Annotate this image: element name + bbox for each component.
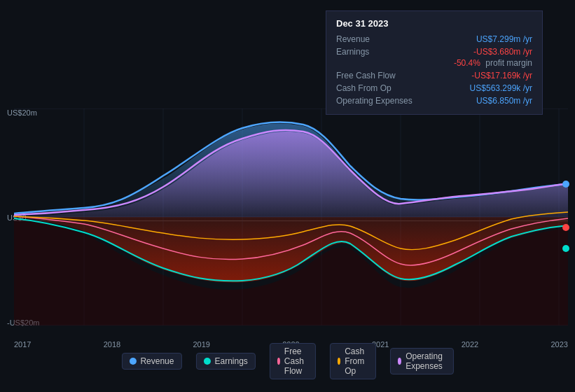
x-label-2018: 2018 [104,340,120,349]
info-tooltip: Dec 31 2023 Revenue US$7.299m /yr Earnin… [326,10,543,115]
earnings-label: Earnings [336,47,420,57]
fcf-row: Free Cash Flow -US$17.169k /yr [336,69,532,82]
cashfromop-label: Cash From Op [336,83,420,93]
legend-label-cashfromop: Cash From Op [345,346,368,376]
legend-dot-cashfromop [338,358,340,365]
opex-fill [14,132,568,217]
legend-label-fcf: Free Cash Flow [284,346,308,376]
chart-svg [14,108,568,326]
tooltip-date: Dec 31 2023 [336,18,532,29]
chart-container: Dec 31 2023 Revenue US$7.299m /yr Earnin… [0,0,575,392]
x-label-2017: 2017 [14,340,31,349]
legend-revenue[interactable]: Revenue [121,353,181,370]
profit-margin-label: profit margin [483,58,532,68]
revenue-value: US$7.299m /yr [476,34,532,44]
legend-dot-opex [398,358,401,365]
opex-label: Operating Expenses [336,96,420,106]
fcf-value: -US$17.169k /yr [471,71,532,80]
earnings-end-dot [562,224,569,231]
legend-label-revenue: Revenue [140,356,174,366]
legend-dot-fcf [277,358,280,365]
x-label-2023: 2023 [551,340,568,349]
legend-opex[interactable]: Operating Expenses [390,348,454,374]
x-label-2022: 2022 [462,340,478,349]
earnings-row: Earnings -US$3.680m /yr [336,46,532,58]
earnings-value: -US$3.680m /yr [473,47,532,57]
profit-margin-row: -50.4% profit margin [336,58,532,69]
revenue-label: Revenue [336,34,420,44]
revenue-row: Revenue US$7.299m /yr [336,33,532,46]
cashfromop-row: Cash From Op US$563.299k /yr [336,82,532,94]
legend-label-earnings: Earnings [214,356,247,366]
revenue-end-dot [562,181,569,188]
legend-dot-revenue [129,358,136,365]
opex-row: Operating Expenses US$6.850m /yr [336,94,532,107]
legend-earnings[interactable]: Earnings [195,353,255,370]
profit-margin-pct: -50.4% [454,58,480,68]
fcf-label: Free Cash Flow [336,71,420,80]
legend-dot-earnings [203,358,210,365]
opex-value: US$6.850m /yr [476,96,532,106]
legend-label-opex: Operating Expenses [406,351,445,371]
legend-cashfromop[interactable]: Cash From Op [330,343,376,379]
chart-legend: Revenue Earnings Free Cash Flow Cash Fro… [121,343,453,379]
cashfromop-value: US$563.299k /yr [470,83,532,93]
fcf-end-dot [562,245,569,252]
legend-fcf[interactable]: Free Cash Flow [270,343,316,379]
